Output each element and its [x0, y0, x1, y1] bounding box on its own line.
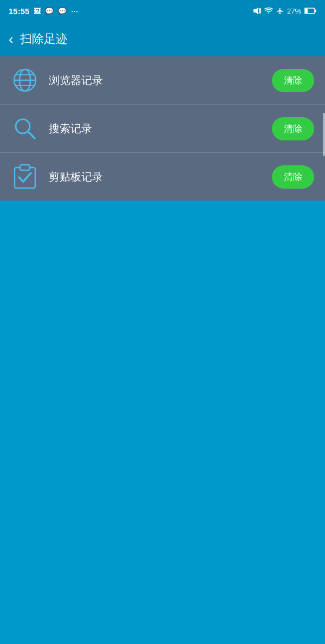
svg-rect-4: [305, 9, 308, 13]
image-icon: 🖼: [34, 7, 41, 15]
status-time-area: 15:55 🖼 💬 💬 ···: [9, 7, 79, 16]
battery-text: 27%: [287, 7, 301, 15]
status-time: 15:55: [9, 7, 29, 16]
list-container: 浏览器记录 清除 搜索记录 清除 剪贴板记录 清除: [0, 56, 325, 201]
svg-marker-0: [253, 8, 258, 14]
globe-icon: [11, 66, 39, 94]
browser-clear-button[interactable]: 清除: [272, 69, 314, 92]
wifi-icon: [264, 7, 273, 15]
search-clear-button[interactable]: 清除: [272, 117, 314, 140]
status-bar: 15:55 🖼 💬 💬 ··· 2: [0, 0, 325, 22]
battery-icon: [304, 8, 316, 14]
wechat-icon-1: 💬: [45, 7, 54, 15]
status-right-area: 27%: [252, 7, 316, 15]
browser-label: 浏览器记录: [49, 73, 262, 88]
airplane-icon: [276, 7, 284, 15]
list-item-search: 搜索记录 清除: [0, 105, 325, 153]
svg-rect-5: [315, 10, 316, 12]
list-item-clipboard: 剪贴板记录 清除: [0, 153, 325, 201]
mute-icon: [252, 7, 261, 15]
main-background: [0, 201, 325, 569]
clipboard-icon: [11, 163, 39, 191]
svg-rect-14: [20, 165, 30, 170]
app-header: ‹ 扫除足迹: [0, 22, 325, 56]
search-label: 搜索记录: [49, 121, 262, 136]
back-button[interactable]: ‹: [9, 32, 14, 46]
clipboard-label: 剪贴板记录: [49, 170, 262, 184]
svg-line-12: [28, 131, 35, 138]
more-icon: ···: [71, 7, 79, 15]
search-icon: [11, 114, 39, 143]
page-title: 扫除足迹: [20, 31, 68, 47]
list-item-browser: 浏览器记录 清除: [0, 56, 325, 105]
wechat-icon-2: 💬: [58, 7, 67, 15]
scrollbar: [323, 113, 325, 156]
clipboard-clear-button[interactable]: 清除: [272, 165, 314, 189]
